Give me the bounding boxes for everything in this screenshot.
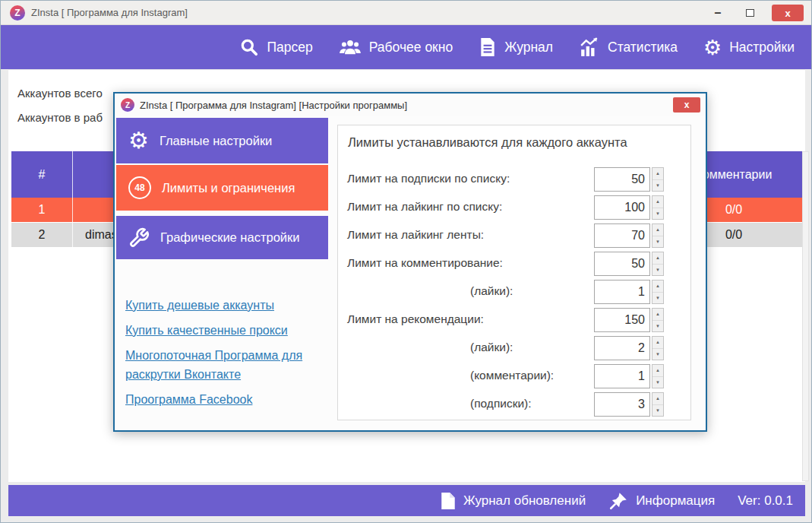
nav-item-statistics[interactable]: Статистика: [579, 37, 678, 57]
link-vkontakte-program[interactable]: Многопоточная Программа для раскрутки Вк…: [125, 346, 317, 384]
nav-label: Настройки: [729, 40, 795, 55]
sidebar-item-graphic-settings[interactable]: Графические настройки: [116, 216, 328, 259]
spin-up-icon[interactable]: ▲: [652, 252, 663, 265]
spin-down-icon[interactable]: ▼: [652, 265, 663, 276]
limit-input[interactable]: [594, 223, 650, 248]
bottom-bar: Журнал обновлений Информация Ver: 0.0.1: [8, 485, 805, 516]
limit-row: Лимит на комментирование: ▲▼: [338, 252, 690, 276]
spin-down-icon[interactable]: ▼: [652, 180, 663, 192]
gear-icon: ⚙: [703, 37, 722, 58]
limit-label: (подписки):: [470, 397, 532, 410]
update-log-button[interactable]: Журнал обновлений: [441, 492, 586, 510]
limit-row: Лимит на рекомендации: ▲▼: [338, 308, 690, 332]
limit-input[interactable]: [594, 252, 650, 276]
update-log-label: Журнал обновлений: [463, 493, 586, 509]
spin-down-icon[interactable]: ▼: [652, 208, 663, 220]
nav-item-journal[interactable]: Журнал: [479, 37, 553, 57]
link-facebook-program[interactable]: Проограмма Facebook: [125, 390, 317, 409]
limit-input[interactable]: [594, 195, 650, 220]
top-navbar: Парсер Рабочее окно Журнал: [1, 25, 811, 69]
spin-down-icon[interactable]: ▼: [652, 236, 663, 248]
spin-down-icon[interactable]: ▼: [652, 293, 663, 304]
users-icon: [339, 37, 362, 57]
sidebar-item-main-settings[interactable]: ⚙ Главные настройки: [116, 118, 328, 163]
limit-input[interactable]: [594, 336, 650, 360]
cell-num: 2: [11, 223, 73, 247]
nav-item-settings[interactable]: ⚙ Настройки: [703, 37, 795, 58]
link-buy-cheap-accounts[interactable]: Купить дешевые аккаунты: [125, 296, 317, 315]
limit-label: (лайки):: [470, 284, 513, 298]
spin-up-icon[interactable]: ▲: [652, 365, 663, 377]
limit-row: (подписки): ▲▼: [338, 392, 690, 417]
nav-label: Рабочее окно: [369, 40, 453, 55]
dialog-sidebar: ⚙ Главные настройки 48 Лимиты и ограниче…: [116, 118, 328, 259]
info-label: Информация: [636, 493, 715, 509]
window-title: ZInsta [ Программа для Instagram]: [31, 7, 188, 18]
limit-row: (лайки): ▲▼: [338, 336, 690, 360]
settings-dialog: Z ZInsta [ Программа для Instagram] [Нас…: [113, 92, 707, 432]
stats-icon: [579, 37, 600, 57]
dialog-close-button[interactable]: x: [673, 97, 700, 113]
sidebar-item-label: Главные настройки: [160, 134, 272, 148]
sidebar-links: Купить дешевые аккаунты Купить качествен…: [125, 296, 317, 415]
limit-row: (лайки): ▲▼: [338, 280, 690, 304]
limit-input[interactable]: [594, 364, 650, 388]
nav-item-workspace[interactable]: Рабочее окно: [339, 37, 453, 57]
commenting-likes-stepper: ▲▼: [594, 280, 664, 304]
maximize-icon: [746, 9, 754, 17]
limit-input[interactable]: [594, 392, 650, 417]
nav-label: Журнал: [504, 40, 553, 55]
limit-label: Лимит на подписки по списку:: [347, 172, 510, 185]
close-button[interactable]: x: [772, 5, 804, 21]
cell-num: 1: [11, 198, 73, 222]
commenting-limit-stepper: ▲▼: [594, 252, 664, 276]
spin-up-icon[interactable]: ▲: [652, 168, 663, 180]
limit-row: Лимит на лайкинг по списку: ▲▼: [338, 195, 690, 220]
maximize-button[interactable]: [740, 5, 760, 21]
recommendations-limit-stepper: ▲▼: [594, 308, 664, 332]
document-icon: [441, 492, 456, 510]
pin-icon: [608, 491, 628, 511]
nav-item-parser[interactable]: Парсер: [239, 37, 312, 57]
spin-down-icon[interactable]: ▼: [652, 377, 663, 388]
recommendations-subscriptions-stepper: ▲▼: [594, 392, 664, 417]
limit-row: (комментарии): ▲▼: [338, 364, 690, 388]
spin-up-icon[interactable]: ▲: [652, 393, 663, 405]
sidebar-item-label: Графические настройки: [160, 230, 299, 245]
column-header-num: #: [11, 151, 73, 198]
spin-down-icon[interactable]: ▼: [652, 321, 663, 332]
wrench-icon: [128, 227, 150, 249]
recommendations-comments-stepper: ▲▼: [594, 364, 664, 388]
spin-up-icon[interactable]: ▲: [652, 309, 663, 321]
spin-up-icon[interactable]: ▲: [652, 224, 663, 236]
limit-label: (лайки):: [470, 341, 513, 354]
limits-panel: Лимиты устанавливаются для каждого аккау…: [337, 125, 691, 420]
nav-label: Парсер: [267, 40, 312, 55]
spin-down-icon[interactable]: ▼: [652, 349, 663, 360]
spin-down-icon[interactable]: ▼: [652, 405, 663, 417]
sidebar-item-label: Лимиты и ограничения: [162, 181, 295, 195]
liking-list-limit-stepper: ▲▼: [594, 195, 664, 220]
limit-input[interactable]: [594, 308, 650, 332]
badge-48-icon: 48: [128, 176, 151, 199]
limit-input[interactable]: [594, 167, 650, 192]
spin-up-icon[interactable]: ▲: [652, 281, 663, 293]
title-bar: Z ZInsta [ Программа для Instagram] – x: [1, 1, 811, 25]
sidebar-item-limits[interactable]: 48 Лимиты и ограничения: [116, 165, 328, 211]
gear-icon: ⚙: [128, 129, 149, 152]
app-logo-icon: Z: [10, 5, 25, 21]
spin-up-icon[interactable]: ▲: [652, 337, 663, 349]
limit-label: Лимит на лайкинг по списку:: [347, 200, 502, 214]
spin-up-icon[interactable]: ▲: [652, 196, 663, 208]
table-scrollbar[interactable]: [802, 151, 809, 481]
limit-input[interactable]: [594, 280, 650, 304]
link-buy-quality-proxies[interactable]: Купить качественные прокси: [125, 321, 317, 340]
minimize-button[interactable]: –: [708, 5, 728, 21]
limit-row: Лимит на лайкинг ленты: ▲▼: [338, 223, 690, 248]
app-window: Z ZInsta [ Программа для Instagram] – x …: [0, 0, 812, 523]
recommendations-likes-stepper: ▲▼: [594, 336, 664, 360]
info-button[interactable]: Информация: [608, 491, 715, 511]
app-logo-icon: Z: [121, 98, 134, 112]
nav-label: Статистика: [608, 40, 678, 55]
document-icon: [479, 37, 497, 57]
